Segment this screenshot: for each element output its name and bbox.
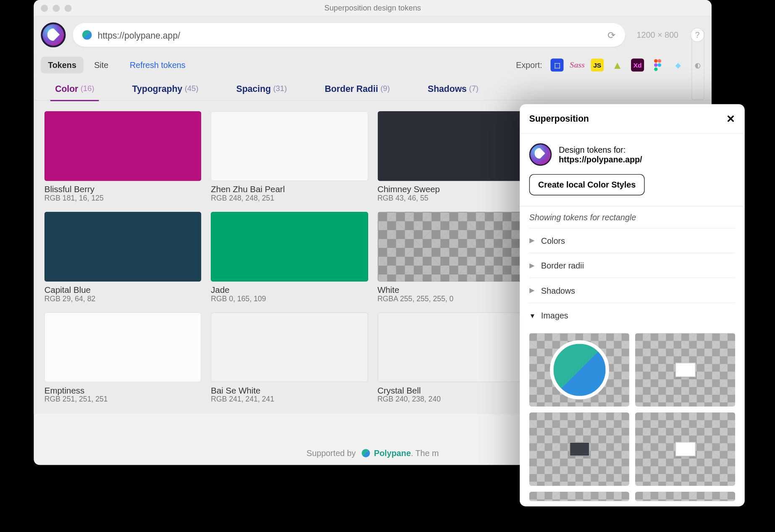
url-input[interactable]: https://polypane.app/ bbox=[98, 30, 602, 40]
swatch-name: Crystal Bell bbox=[377, 386, 534, 395]
tab-shadows-label: Shadows bbox=[428, 83, 467, 94]
tab-typography[interactable]: Typography (45) bbox=[132, 77, 199, 100]
swatch-color bbox=[45, 312, 202, 382]
accordion-shadows[interactable]: ▶ Shadows bbox=[529, 277, 736, 302]
create-color-styles-button[interactable]: Create local Color Styles bbox=[529, 174, 645, 196]
swatch-name: Capital Blue bbox=[45, 285, 202, 295]
swatch-name: Chimney Sweep bbox=[377, 185, 534, 194]
swatch-value: RGB 251, 251, 251 bbox=[45, 395, 202, 404]
svg-point-2 bbox=[654, 63, 657, 67]
color-swatch[interactable]: JadeRGB 0, 165, 109 bbox=[211, 212, 368, 303]
image-thumb[interactable] bbox=[529, 492, 629, 501]
segment-site[interactable]: Site bbox=[87, 57, 115, 73]
tab-spacing[interactable]: Spacing (31) bbox=[236, 77, 287, 100]
segment-tokens[interactable]: Tokens bbox=[41, 57, 83, 73]
swatch-color bbox=[45, 111, 202, 181]
svg-point-3 bbox=[658, 63, 661, 67]
swatch-value: RGB 240, 238, 240 bbox=[377, 395, 534, 404]
images-grid bbox=[529, 333, 736, 501]
swatch-name: Zhen Zhu Bai Pearl bbox=[211, 185, 368, 194]
polypane-icon bbox=[361, 449, 370, 457]
export-android-icon[interactable]: ▲ bbox=[611, 59, 624, 72]
color-swatch[interactable]: Chimney SweepRGB 43, 46, 55 bbox=[377, 111, 534, 202]
export-js-icon[interactable]: JS bbox=[591, 59, 604, 72]
color-swatch[interactable]: Zhen Zhu Bai PearlRGB 248, 248, 251 bbox=[211, 111, 368, 202]
image-thumb[interactable] bbox=[635, 492, 735, 501]
footer-supported: Supported by bbox=[306, 449, 356, 458]
accordion-colors[interactable]: ▶ Colors bbox=[529, 228, 736, 253]
export-swift-icon[interactable]: ◐ bbox=[691, 30, 704, 100]
svg-point-4 bbox=[654, 68, 657, 71]
chevron-right-icon: ▶ bbox=[529, 237, 535, 244]
swatch-value: RGB 181, 16, 125 bbox=[45, 194, 202, 202]
figma-panel: Superposition ✕ Design tokens for: https… bbox=[520, 104, 745, 506]
color-swatch[interactable]: Bai Se WhiteRGB 241, 241, 241 bbox=[211, 312, 368, 403]
accordion-shadows-label: Shadows bbox=[541, 285, 575, 295]
export-figma-icon[interactable] bbox=[651, 59, 664, 72]
refresh-tokens-link[interactable]: Refresh tokens bbox=[130, 60, 186, 70]
swatch-value: RGB 0, 165, 109 bbox=[211, 295, 368, 303]
swatch-value: RGB 43, 46, 55 bbox=[377, 194, 534, 202]
preview-image bbox=[675, 362, 695, 377]
tab-spacing-count: (31) bbox=[273, 84, 287, 93]
swatch-value: RGB 241, 241, 241 bbox=[211, 395, 368, 404]
export-css-icon[interactable]: ⬚ bbox=[550, 59, 563, 72]
swatch-value: RGB 248, 248, 251 bbox=[211, 194, 368, 202]
svg-point-1 bbox=[658, 59, 661, 63]
swatch-name: Jade bbox=[211, 285, 368, 295]
export-label: Export: bbox=[516, 60, 542, 70]
color-swatch[interactable]: WhiteRGBA 255, 255, 255, 0 bbox=[377, 212, 534, 303]
favicon-icon bbox=[82, 30, 92, 40]
export-sketch-icon[interactable]: ◆ bbox=[671, 59, 684, 72]
footer-polypane-link[interactable]: Polypane bbox=[374, 449, 411, 458]
panel-header: Superposition ✕ bbox=[520, 104, 745, 134]
swatch-name: Blissful Berry bbox=[45, 185, 202, 194]
swatch-color bbox=[211, 212, 368, 282]
color-swatch[interactable]: EmptinessRGB 251, 251, 251 bbox=[45, 312, 202, 403]
swatch-color bbox=[377, 212, 534, 282]
titlebar: Superposition design tokens bbox=[34, 0, 711, 16]
panel-logo-icon bbox=[529, 143, 552, 166]
panel-title: Superposition bbox=[529, 114, 589, 124]
tab-shadows-count: (7) bbox=[469, 84, 478, 93]
chevron-down-icon: ▼ bbox=[529, 311, 535, 318]
image-thumb[interactable] bbox=[635, 333, 735, 407]
panel-logo-row: Design tokens for: https://polypane.app/ bbox=[529, 143, 736, 166]
image-thumb[interactable] bbox=[529, 333, 629, 407]
tokens-for-label: Design tokens for: bbox=[559, 145, 642, 154]
preview-image bbox=[569, 442, 589, 456]
tab-color-count: (16) bbox=[81, 84, 94, 93]
image-thumb[interactable] bbox=[529, 412, 629, 486]
tab-color-label: Color bbox=[55, 83, 78, 94]
url-bar[interactable]: https://polypane.app/ ⟳ bbox=[73, 23, 625, 47]
swatch-name: Bai Se White bbox=[211, 386, 368, 395]
close-panel-icon[interactable]: ✕ bbox=[726, 112, 735, 125]
tab-typography-count: (45) bbox=[185, 84, 199, 93]
color-swatch[interactable]: Capital BlueRGB 29, 64, 82 bbox=[45, 212, 202, 303]
chevron-right-icon: ▶ bbox=[529, 261, 535, 269]
preview-image bbox=[675, 442, 695, 456]
chevron-right-icon: ▶ bbox=[529, 286, 535, 294]
image-thumb[interactable] bbox=[635, 412, 735, 486]
segment-row: Tokens Site Refresh tokens Export: ⬚ Sas… bbox=[34, 53, 711, 77]
export-icons: ⬚ Sass JS ▲ Xd ◆ ◐ bbox=[550, 30, 704, 100]
accordion-border-label: Border radii bbox=[541, 261, 584, 270]
svg-point-0 bbox=[654, 59, 657, 63]
color-swatch[interactable]: Crystal BellRGB 240, 238, 240 bbox=[377, 312, 534, 403]
tab-shadows[interactable]: Shadows (7) bbox=[428, 77, 479, 100]
accordion-images[interactable]: ▼ Images bbox=[529, 303, 736, 327]
swatch-name: White bbox=[377, 285, 534, 295]
tab-border-radii[interactable]: Border Radii (9) bbox=[325, 77, 390, 100]
accordion-colors-label: Colors bbox=[541, 236, 565, 245]
export-xd-icon[interactable]: Xd bbox=[631, 59, 644, 72]
color-swatch[interactable]: Blissful BerryRGB 181, 16, 125 bbox=[45, 111, 202, 202]
tab-border-count: (9) bbox=[380, 84, 390, 93]
accordion-border-radii[interactable]: ▶ Border radii bbox=[529, 253, 736, 277]
swatch-value: RGBA 255, 255, 255, 0 bbox=[377, 295, 534, 303]
swatch-color bbox=[377, 111, 534, 181]
tab-color[interactable]: Color (16) bbox=[55, 77, 94, 100]
swatch-color bbox=[211, 111, 368, 181]
export-sass-icon[interactable]: Sass bbox=[571, 59, 584, 72]
logo-image bbox=[550, 340, 609, 399]
tab-spacing-label: Spacing bbox=[236, 83, 271, 94]
